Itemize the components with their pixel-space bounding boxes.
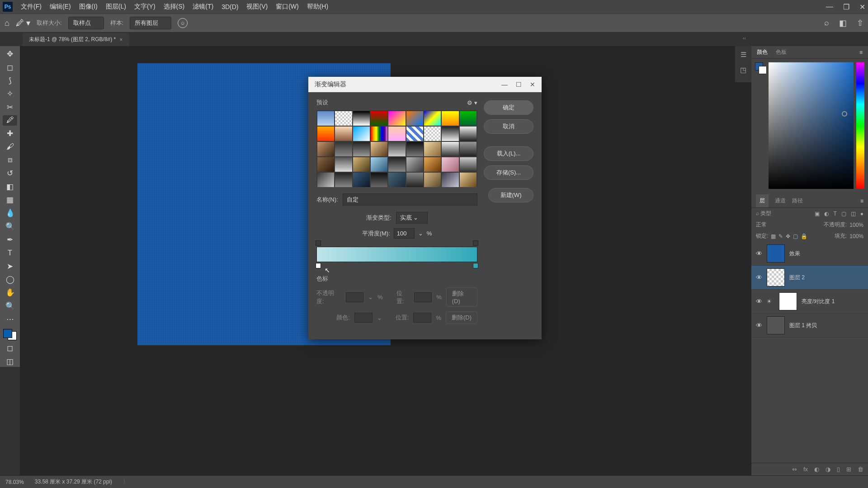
- preset-gradient-23[interactable]: [388, 142, 405, 156]
- brush-tool[interactable]: 🖌: [3, 141, 17, 152]
- tab-paths[interactable]: 路径: [792, 197, 803, 205]
- preset-gradient-41[interactable]: [388, 173, 405, 187]
- preset-gradient-28[interactable]: [317, 157, 334, 172]
- delete-color-stop-button[interactable]: 删除(D): [446, 311, 477, 324]
- preset-gradient-22[interactable]: [371, 142, 387, 156]
- new-button[interactable]: 新建(W): [488, 188, 533, 202]
- lock-brush-icon[interactable]: ✎: [778, 233, 783, 239]
- lock-pixels-icon[interactable]: ▦: [771, 233, 776, 239]
- color-stop-right[interactable]: [473, 263, 478, 268]
- menu-layer[interactable]: 图层(L): [106, 3, 126, 11]
- dodge-tool[interactable]: 🔍: [3, 221, 17, 231]
- tab-layers[interactable]: 层: [756, 194, 769, 207]
- adjustment-layer-icon[interactable]: ◑: [826, 466, 830, 473]
- filter-toggle-icon[interactable]: ●: [860, 211, 863, 217]
- preset-gradient-12[interactable]: [353, 127, 370, 141]
- gradient-tool[interactable]: ▦: [3, 195, 17, 205]
- preset-gradient-9[interactable]: [460, 111, 476, 126]
- gradient-bar[interactable]: [316, 247, 477, 262]
- lock-position-icon[interactable]: ✥: [786, 233, 790, 239]
- lock-artboard-icon[interactable]: ▢: [793, 233, 798, 239]
- menu-help[interactable]: 帮助(H): [307, 3, 328, 11]
- preset-gradient-21[interactable]: [353, 142, 370, 156]
- history-panel-icon[interactable]: ☰: [741, 51, 746, 59]
- stop-opacity-input[interactable]: [346, 292, 363, 302]
- menu-image[interactable]: 图像(I): [79, 3, 98, 11]
- color-chips[interactable]: [755, 62, 766, 73]
- preset-gradient-15[interactable]: [406, 127, 423, 141]
- close-tab-icon[interactable]: ×: [119, 37, 123, 43]
- healing-brush-tool[interactable]: ✚: [3, 128, 17, 139]
- stop-color-swatch[interactable]: [354, 313, 373, 323]
- preset-gradient-18[interactable]: [460, 127, 476, 141]
- link-layers-icon[interactable]: ⇔: [792, 466, 797, 473]
- panel-menu-icon[interactable]: ≡: [859, 49, 863, 56]
- preset-gradient-13[interactable]: [371, 127, 387, 141]
- layer-fx-icon[interactable]: fx: [803, 466, 808, 473]
- preset-gradient-6[interactable]: [406, 111, 423, 126]
- visibility-icon[interactable]: 👁: [756, 250, 762, 257]
- history-brush-tool[interactable]: ↺: [3, 168, 17, 178]
- layer-thumbnail[interactable]: [767, 244, 785, 263]
- smoothness-input[interactable]: 100: [394, 228, 415, 239]
- more-tools[interactable]: ⋯: [3, 314, 17, 324]
- layer-group-icon[interactable]: ▯: [837, 466, 840, 473]
- preset-gradient-45[interactable]: [460, 173, 476, 187]
- tab-channels[interactable]: 通道: [775, 197, 786, 205]
- stop-color-position-input[interactable]: [413, 313, 431, 323]
- sample-size-select[interactable]: 取样点: [68, 17, 104, 29]
- current-tool-icon[interactable]: 🖉 ▾: [16, 18, 30, 28]
- layers-menu-icon[interactable]: ≡: [860, 198, 863, 204]
- preset-gradient-29[interactable]: [335, 157, 352, 172]
- frame-icon[interactable]: ◧: [839, 18, 847, 28]
- dialog-minimize-icon[interactable]: —: [501, 81, 508, 88]
- preset-gradient-3[interactable]: [353, 111, 370, 126]
- preset-gradient-20[interactable]: [335, 142, 352, 156]
- document-tab[interactable]: 未标题-1 @ 78% (图层 2, RGB/8#) * ×: [23, 33, 129, 46]
- preset-gradient-11[interactable]: [335, 127, 352, 141]
- menu-view[interactable]: 视图(V): [246, 3, 268, 11]
- menu-type[interactable]: 文字(Y): [134, 3, 156, 11]
- screen-mode[interactable]: ◫: [3, 357, 17, 367]
- clone-stamp-tool[interactable]: ⧈: [3, 155, 17, 165]
- menu-filter[interactable]: 滤镜(T): [193, 3, 213, 11]
- gradient-type-select[interactable]: 实底 ⌄: [396, 212, 428, 224]
- preset-gradient-38[interactable]: [335, 173, 352, 187]
- tab-swatches[interactable]: 色板: [776, 48, 787, 56]
- preset-gradient-27[interactable]: [460, 142, 476, 156]
- layer-thumbnail[interactable]: [767, 268, 785, 286]
- preset-gradient-44[interactable]: [442, 173, 458, 187]
- layer-thumbnail[interactable]: [767, 316, 785, 334]
- ok-button[interactable]: 确定: [484, 100, 533, 115]
- presets-gear-icon[interactable]: ⚙ ▾: [467, 99, 477, 106]
- layer-name[interactable]: 效果: [789, 250, 800, 258]
- filter-pixel-icon[interactable]: ▣: [815, 211, 820, 217]
- save-button[interactable]: 存储(S)...: [484, 165, 533, 180]
- menu-3d[interactable]: 3D(D): [222, 3, 238, 10]
- path-selection-tool[interactable]: ➤: [3, 261, 17, 272]
- filter-type-icon[interactable]: T: [833, 211, 836, 217]
- opacity-stop-right[interactable]: [473, 240, 478, 246]
- preset-gradient-34[interactable]: [424, 157, 441, 172]
- layer-name[interactable]: 图层 2: [789, 274, 805, 282]
- layer-row[interactable]: 👁图层 1 拷贝: [751, 314, 868, 338]
- hue-slider[interactable]: [856, 62, 864, 189]
- shape-tool[interactable]: ◯: [3, 274, 17, 285]
- preset-gradient-35[interactable]: [442, 157, 458, 172]
- type-tool[interactable]: T: [3, 248, 17, 258]
- preset-gradient-42[interactable]: [406, 173, 423, 187]
- preset-gradient-2[interactable]: [335, 111, 352, 126]
- menu-file[interactable]: 文件(F): [21, 3, 42, 11]
- layer-name[interactable]: 图层 1 拷贝: [789, 322, 817, 329]
- layer-row[interactable]: 👁图层 2: [751, 266, 868, 290]
- visibility-icon[interactable]: 👁: [756, 298, 762, 305]
- preset-gradient-30[interactable]: [353, 157, 370, 172]
- layer-mask-icon[interactable]: ◐: [814, 466, 819, 473]
- preset-gradient-5[interactable]: [388, 111, 405, 126]
- preset-gradient-26[interactable]: [442, 142, 458, 156]
- color-stop-left[interactable]: [316, 263, 321, 268]
- layer-row[interactable]: 👁效果: [751, 242, 868, 266]
- pen-tool[interactable]: ✒: [3, 235, 17, 245]
- expand-chevron-icon[interactable]: ‹‹: [743, 35, 746, 41]
- blur-tool[interactable]: 💧: [3, 208, 17, 218]
